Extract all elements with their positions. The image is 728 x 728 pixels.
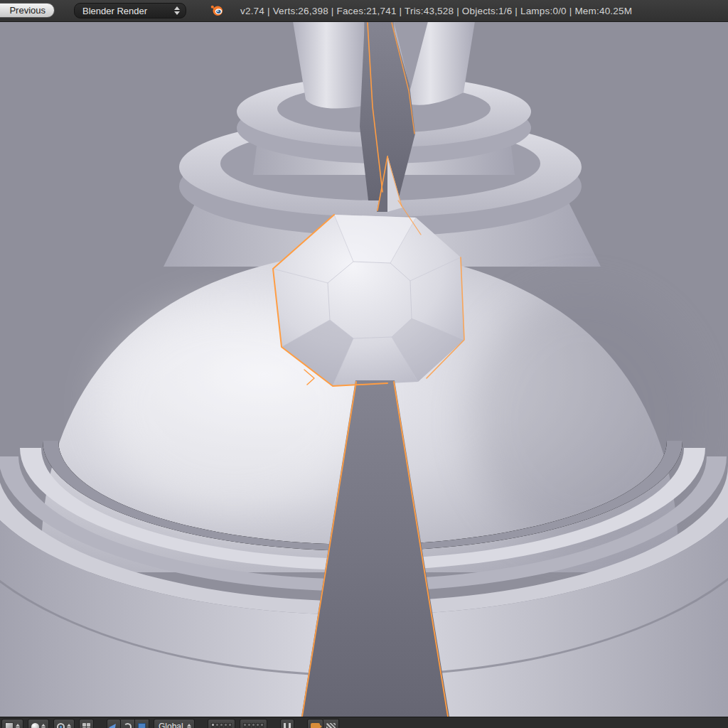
layers-right-icon <box>243 723 264 728</box>
render-engine-label: Blender Render <box>82 6 174 16</box>
editor-type-menu[interactable] <box>1 719 23 728</box>
scale-square-icon <box>138 723 146 728</box>
viewport-scene <box>0 21 728 717</box>
info-header: Previous Blender Render v2.74 | Verts:26… <box>0 0 728 22</box>
pivot-icon <box>57 723 65 728</box>
editor-type-icon <box>5 722 14 728</box>
blender-window: Previous Blender Render v2.74 | Verts:26… <box>0 0 728 728</box>
viewport-header-bar: Global <box>0 717 728 728</box>
blender-logo-icon <box>210 4 224 16</box>
orientation-label: Global <box>157 722 185 728</box>
3d-viewport[interactable] <box>0 21 728 717</box>
manipulator-scale-button[interactable] <box>135 719 149 728</box>
scene-layers-right[interactable] <box>240 719 267 728</box>
snap-toggle-button[interactable] <box>280 719 294 728</box>
snap-magnet-icon <box>284 723 291 728</box>
previous-button[interactable]: Previous <box>0 3 55 18</box>
shading-sphere-icon <box>31 723 39 728</box>
chevron-updown-icon <box>41 724 46 728</box>
manipulator-translate-button[interactable] <box>107 719 121 728</box>
chevron-updown-icon <box>187 724 191 728</box>
layers-small-button[interactable] <box>79 719 94 728</box>
layers-left-icon <box>211 723 232 728</box>
chevron-updown-icon <box>16 724 20 728</box>
transform-orientation-select[interactable]: Global <box>154 719 195 728</box>
translate-arrow-icon <box>109 722 119 728</box>
layers-grid-icon <box>82 723 90 728</box>
render-camera-icon <box>311 723 320 728</box>
render-preview-button[interactable] <box>307 719 323 728</box>
scene-layers-left[interactable] <box>208 719 235 728</box>
chevron-updown-icon <box>67 724 71 728</box>
render-group <box>307 719 339 728</box>
render-animation-button[interactable] <box>323 719 339 728</box>
manipulator-group <box>107 719 149 728</box>
previous-button-label: Previous <box>9 5 46 16</box>
pivot-point-menu[interactable] <box>53 719 75 728</box>
viewport-shading-menu[interactable] <box>28 719 49 728</box>
chevron-updown-icon <box>174 6 180 15</box>
rotate-curve-icon <box>124 723 132 728</box>
render-engine-select[interactable]: Blender Render <box>74 3 186 18</box>
scene-stats: v2.74 | Verts:26,398 | Faces:21,741 | Tr… <box>240 0 632 21</box>
manipulator-rotate-button[interactable] <box>121 719 135 728</box>
clapperboard-icon <box>326 723 336 728</box>
